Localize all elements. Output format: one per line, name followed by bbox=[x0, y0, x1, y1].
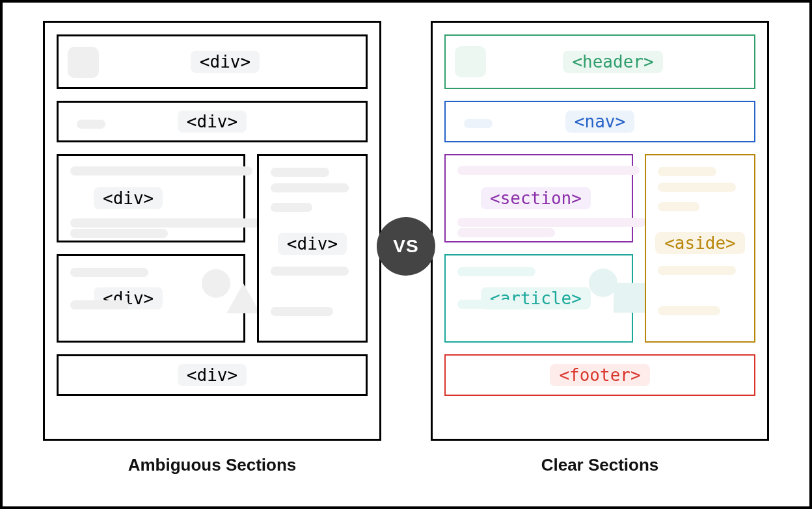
right-footer-tag: <footer> bbox=[550, 364, 649, 386]
right-aside-tag: <aside> bbox=[655, 232, 745, 254]
triangle-shape-icon bbox=[226, 283, 260, 313]
text-placeholder-icon bbox=[457, 166, 640, 175]
text-placeholder-icon bbox=[658, 202, 699, 211]
text-placeholder-icon bbox=[457, 228, 555, 237]
left-article-box: <div> bbox=[57, 254, 245, 343]
right-panel: <header> <nav> <section> bbox=[431, 21, 769, 441]
text-placeholder-icon bbox=[70, 218, 259, 228]
right-article-box: <article> bbox=[444, 254, 633, 343]
right-middle-row: <section> <article> bbox=[444, 154, 755, 343]
vs-badge: VS bbox=[377, 217, 435, 276]
right-footer-box: <footer> bbox=[444, 354, 755, 396]
left-middle-row: <div> <div> bbox=[57, 154, 368, 343]
text-placeholder-icon bbox=[658, 306, 720, 315]
avatar-placeholder-icon bbox=[455, 46, 486, 77]
left-panel-wrap: <div> <div> <div> bbox=[43, 21, 381, 475]
nav-placeholder-icon bbox=[464, 119, 493, 128]
left-main-column: <div> <div> bbox=[57, 154, 245, 343]
right-aside-box: <aside> bbox=[645, 154, 755, 343]
text-placeholder-icon bbox=[457, 218, 646, 227]
right-section-box: <section> bbox=[444, 154, 633, 242]
triangle-shape-icon bbox=[614, 283, 647, 313]
text-placeholder-icon bbox=[70, 166, 252, 176]
left-aside-box: <div> bbox=[257, 154, 368, 343]
left-section-tag: <div> bbox=[94, 187, 163, 209]
right-header-tag: <header> bbox=[563, 51, 662, 73]
text-placeholder-icon bbox=[271, 307, 333, 316]
text-placeholder-icon bbox=[271, 168, 329, 177]
right-nav-tag: <nav> bbox=[565, 111, 634, 133]
text-placeholder-icon bbox=[658, 266, 736, 275]
left-aside-tag: <div> bbox=[278, 233, 347, 255]
text-placeholder-icon bbox=[658, 167, 716, 176]
right-panel-wrap: <header> <nav> <section> bbox=[431, 21, 769, 475]
text-placeholder-icon bbox=[457, 300, 516, 309]
right-main-column: <section> <article> bbox=[444, 154, 633, 343]
left-nav-tag: <div> bbox=[178, 111, 247, 133]
text-placeholder-icon bbox=[271, 267, 349, 276]
left-section-box: <div> bbox=[57, 154, 245, 242]
left-caption: Ambiguous Sections bbox=[128, 455, 297, 475]
left-panel: <div> <div> <div> bbox=[43, 21, 381, 441]
text-placeholder-icon bbox=[658, 183, 736, 192]
nav-placeholder-icon bbox=[77, 120, 105, 129]
right-caption: Clear Sections bbox=[541, 455, 659, 475]
right-section-tag: <section> bbox=[481, 187, 591, 209]
text-placeholder-icon bbox=[457, 267, 535, 276]
left-header-tag: <div> bbox=[191, 51, 260, 73]
text-placeholder-icon bbox=[271, 203, 312, 212]
right-nav-box: <nav> bbox=[444, 101, 755, 142]
avatar-placeholder-icon bbox=[68, 47, 99, 78]
text-placeholder-icon bbox=[70, 229, 168, 238]
right-header-box: <header> bbox=[444, 34, 755, 89]
text-placeholder-icon bbox=[70, 268, 148, 277]
text-placeholder-icon bbox=[70, 300, 129, 309]
left-footer-tag: <div> bbox=[178, 364, 247, 386]
left-nav-box: <div> bbox=[57, 101, 368, 142]
vs-label: VS bbox=[393, 236, 418, 257]
diagram-canvas: <div> <div> <div> bbox=[0, 0, 812, 509]
left-header-box: <div> bbox=[57, 34, 368, 89]
text-placeholder-icon bbox=[271, 183, 349, 192]
left-footer-box: <div> bbox=[57, 354, 368, 396]
